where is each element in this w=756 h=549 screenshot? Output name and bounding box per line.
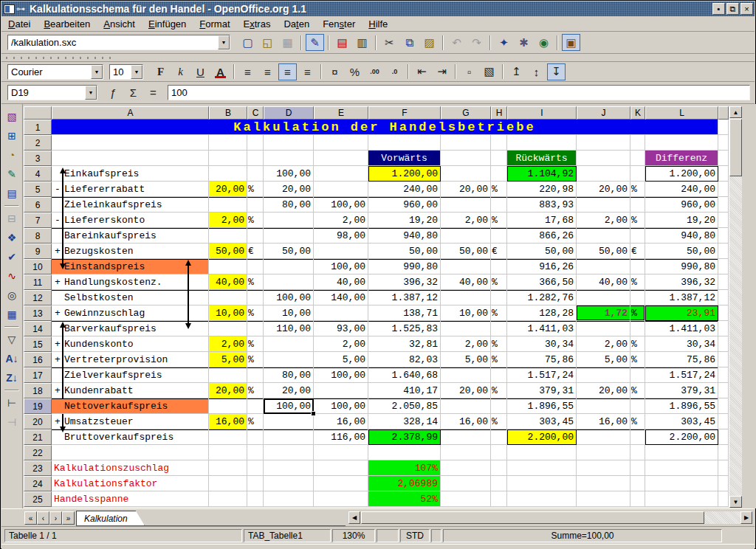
- cell-E18[interactable]: [314, 383, 368, 398]
- hyperlink-icon[interactable]: ◉: [535, 34, 553, 51]
- cell-C10[interactable]: [247, 259, 264, 274]
- row-header-3[interactable]: 3: [24, 151, 52, 166]
- row-header-12[interactable]: 12: [24, 290, 52, 305]
- cell-K8[interactable]: [630, 228, 645, 244]
- cell-C18[interactable]: %: [247, 383, 264, 398]
- vertical-scrollbar[interactable]: ▲ ▼: [729, 106, 742, 508]
- cell-J21[interactable]: [577, 429, 630, 445]
- cell-G7[interactable]: 2,00: [441, 213, 491, 228]
- row-header-22[interactable]: 22: [24, 445, 52, 460]
- cell-G20[interactable]: 16,00: [441, 414, 491, 429]
- background-color-icon[interactable]: ▧: [480, 63, 498, 80]
- cell-H12[interactable]: [491, 290, 507, 305]
- cell-I20[interactable]: 303,45: [507, 414, 577, 429]
- cell-L18[interactable]: 379,31: [645, 383, 718, 398]
- cell-K5[interactable]: %: [630, 182, 645, 197]
- cell-D5[interactable]: 20,00: [264, 182, 314, 197]
- cell-B23[interactable]: [209, 460, 247, 476]
- sort-ascending-icon[interactable]: A↓: [3, 350, 21, 367]
- select-all-corner[interactable]: [24, 106, 52, 120]
- cell-B10[interactable]: [209, 259, 247, 274]
- cell-I16[interactable]: 75,86: [507, 352, 577, 367]
- row-header-6[interactable]: 6: [24, 197, 52, 213]
- cell-D12[interactable]: 100,00: [264, 290, 314, 305]
- menu-fenster[interactable]: Fenster: [316, 17, 362, 31]
- cell-E10[interactable]: 100,00: [314, 259, 368, 274]
- cell-L7[interactable]: 19,20: [645, 213, 718, 228]
- cell-F6[interactable]: 960,00: [368, 197, 441, 213]
- function-wizard-icon[interactable]: ƒ: [104, 84, 123, 101]
- cell-F13[interactable]: 138,71: [368, 305, 441, 321]
- autofilter-icon[interactable]: ▽: [3, 331, 21, 348]
- borders-icon[interactable]: ▫: [460, 63, 478, 80]
- cell-G4[interactable]: [441, 166, 491, 182]
- cell-K16[interactable]: %: [630, 352, 645, 367]
- previous-sheet-button[interactable]: ‹: [37, 511, 49, 525]
- scroll-right-icon[interactable]: ▶: [740, 511, 752, 524]
- cell-G9[interactable]: 50,00: [441, 244, 491, 259]
- cell-L10[interactable]: 990,80: [645, 259, 718, 274]
- cell-D8[interactable]: [264, 228, 314, 244]
- status-page-style[interactable]: TAB_Tabelle1: [244, 529, 331, 542]
- cell-J22[interactable]: [577, 445, 630, 460]
- styles-icon[interactable]: ❖: [3, 229, 21, 246]
- cell-C24[interactable]: [247, 476, 264, 491]
- row-header-11[interactable]: 11: [24, 274, 52, 290]
- cell-B24[interactable]: [209, 476, 247, 491]
- cell-J7[interactable]: 2,00: [577, 213, 630, 228]
- menu-bearbeiten[interactable]: Bearbeiten: [37, 17, 97, 31]
- cell-F14[interactable]: 1.525,83: [368, 321, 441, 336]
- cell-A7[interactable]: -Liefererskonto: [52, 213, 209, 228]
- cell-H20[interactable]: %: [491, 414, 507, 429]
- draw-functions-icon[interactable]: ✎: [3, 165, 21, 183]
- cell-E19[interactable]: 100,00: [314, 398, 368, 414]
- row-header-14[interactable]: 14: [24, 321, 52, 336]
- font-name-input[interactable]: [8, 65, 91, 79]
- cell-H19[interactable]: [491, 398, 507, 414]
- row-header-19[interactable]: 19: [24, 398, 52, 414]
- cell-C19[interactable]: [247, 398, 264, 414]
- cell-J8[interactable]: [577, 228, 630, 244]
- cell-B6[interactable]: [209, 197, 247, 213]
- cell-H25[interactable]: [491, 491, 507, 507]
- row-header-15[interactable]: 15: [24, 336, 52, 352]
- cell-J18[interactable]: 20,00: [577, 383, 630, 398]
- cell-K20[interactable]: %: [630, 414, 645, 429]
- cell-G2[interactable]: [441, 135, 491, 151]
- group-icon[interactable]: ⊢: [3, 394, 21, 412]
- cell-H3[interactable]: [491, 151, 507, 166]
- cell-G6[interactable]: [441, 197, 491, 213]
- status-zoom[interactable]: 130%: [332, 529, 375, 542]
- cell-L25[interactable]: [645, 491, 718, 507]
- row-header-16[interactable]: 16: [24, 352, 52, 367]
- sum-icon[interactable]: Σ: [124, 84, 142, 101]
- cell-F2[interactable]: [368, 135, 441, 151]
- gallery-icon[interactable]: ▣: [562, 34, 580, 51]
- cell-E12[interactable]: 140,00: [314, 290, 368, 305]
- cell-C14[interactable]: [247, 321, 264, 336]
- document-url-combo[interactable]: ▼: [7, 35, 230, 50]
- row-header-5[interactable]: 5: [24, 182, 52, 197]
- cell-C6[interactable]: [247, 197, 264, 213]
- row-header-17[interactable]: 17: [24, 367, 52, 383]
- cell-reference-combo[interactable]: ▼: [7, 85, 97, 100]
- menu-daten[interactable]: Daten: [277, 17, 316, 31]
- scroll-down-icon[interactable]: ▼: [729, 496, 742, 508]
- cell-D24[interactable]: [264, 476, 314, 491]
- cell-A8[interactable]: Bareinkaufspreis: [52, 228, 209, 244]
- cell-D21[interactable]: [264, 429, 314, 445]
- horizontal-scroll-thumb[interactable]: [361, 511, 704, 524]
- insert-icon[interactable]: ▧: [3, 108, 21, 125]
- cell-A5[interactable]: -Liefererrabatt: [52, 182, 209, 197]
- cell-I11[interactable]: 366,50: [507, 274, 577, 290]
- row-header-7[interactable]: 7: [24, 213, 52, 228]
- cell-F24[interactable]: 2,06989: [368, 476, 441, 491]
- first-sheet-button[interactable]: «: [24, 511, 37, 525]
- cell-D17[interactable]: 80,00: [264, 367, 314, 383]
- cell-L16[interactable]: 75,86: [645, 352, 718, 367]
- cell-K4[interactable]: [630, 166, 645, 182]
- cell-J9[interactable]: 50,00: [577, 244, 630, 259]
- cell-L22[interactable]: [645, 445, 718, 460]
- cell-F16[interactable]: 82,03: [368, 352, 441, 367]
- cell-F25[interactable]: 52%: [368, 491, 441, 507]
